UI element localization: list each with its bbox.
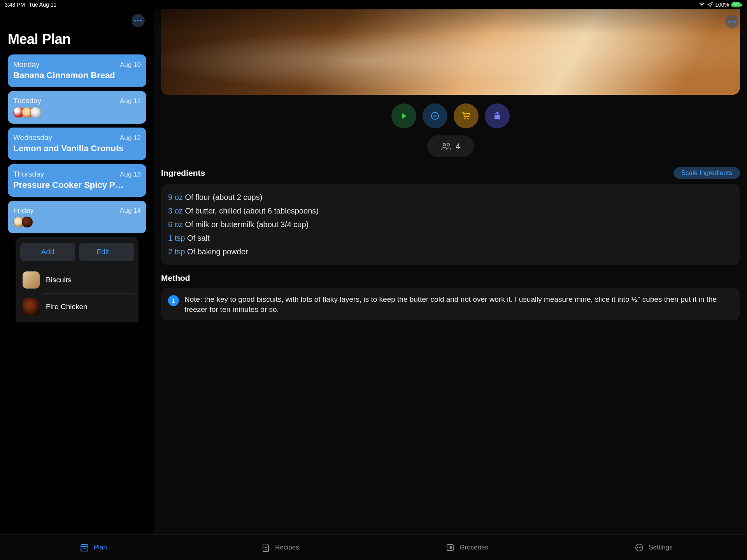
plan-day-label: Monday bbox=[13, 60, 40, 69]
plan-day-label: Thursday bbox=[13, 170, 44, 178]
plan-card-friday[interactable]: Friday Aug 14 bbox=[8, 201, 146, 233]
ingredient-row[interactable]: 1 tsp Of salt bbox=[168, 231, 494, 245]
svg-point-7 bbox=[443, 144, 445, 146]
recipe-detail: 4 Ingredients Scale Ingredients 9 oz Of … bbox=[154, 9, 494, 370]
plan-day-label: Tuesday bbox=[13, 96, 41, 105]
clipboard-item-label: Biscuits bbox=[46, 276, 71, 284]
servings-button[interactable]: 4 bbox=[427, 135, 474, 157]
clipboard-item-label: Fire Chicken bbox=[46, 303, 88, 311]
edit-button[interactable]: Edit… bbox=[79, 243, 134, 261]
plan-day-label: Wednesday bbox=[13, 133, 52, 142]
play-icon bbox=[400, 112, 408, 120]
svg-point-5 bbox=[467, 118, 469, 119]
compass-icon bbox=[430, 111, 440, 121]
recipe-action-row bbox=[154, 103, 494, 128]
ingredient-row[interactable]: 9 oz Of flour (about 2 cups) bbox=[168, 191, 494, 204]
plan-card-wednesday[interactable]: Wednesday Aug 12 Lemon and Vanilla Cronu… bbox=[8, 128, 146, 160]
sidebar: Meal Plan Monday Aug 10 Banana Cinnamon … bbox=[0, 9, 154, 370]
method-heading: Method bbox=[161, 273, 190, 283]
plan-date-label: Aug 13 bbox=[120, 171, 141, 178]
ellipsis-icon bbox=[134, 20, 142, 22]
clipboard-item-biscuits[interactable]: Biscuits bbox=[20, 267, 134, 293]
add-button[interactable]: Add bbox=[20, 243, 75, 261]
page-title: Meal Plan bbox=[0, 27, 154, 54]
ingredient-row[interactable]: 6 oz Of milk or buttermilk (about 3/4 cu… bbox=[168, 218, 494, 231]
step-text: Note: the key to good biscuits, with lot… bbox=[184, 294, 494, 314]
clipboard-item-fire-chicken[interactable]: Fire Chicken bbox=[20, 294, 134, 320]
add-to-groceries-button[interactable] bbox=[454, 103, 479, 128]
status-time: 3:43 PM bbox=[5, 2, 25, 8]
status-bar: 3:43 PM Tue Aug 11 100% bbox=[0, 0, 494, 9]
step-number-badge: 1 bbox=[168, 295, 179, 306]
sidebar-clipboard: Add Edit… Biscuits Fire Chicken bbox=[16, 237, 139, 322]
plan-card-thursday[interactable]: Thursday Aug 13 Pressure Cooker Spicy P… bbox=[8, 164, 146, 197]
ingredients-list: 9 oz Of flour (about 2 cups) 3 oz Of but… bbox=[161, 184, 494, 265]
plan-thumbnails bbox=[13, 217, 141, 228]
plan-card-monday[interactable]: Monday Aug 10 Banana Cinnamon Bread bbox=[8, 54, 146, 87]
sidebar-more-button[interactable] bbox=[132, 14, 145, 27]
recipe-thumb-icon bbox=[30, 107, 41, 118]
ingredient-row[interactable]: 3 oz Of butter, chilled (about 6 tablesp… bbox=[168, 204, 494, 218]
plan-date-label: Aug 11 bbox=[120, 97, 141, 105]
plan-card-tuesday[interactable]: Tuesday Aug 11 bbox=[8, 91, 146, 124]
plan-recipe-title: Lemon and Vanilla Cronuts bbox=[13, 144, 141, 154]
recipe-thumb-icon bbox=[23, 271, 40, 289]
plan-recipe-title: Pressure Cooker Spicy P… bbox=[13, 180, 141, 190]
plan-date-label: Aug 10 bbox=[120, 61, 141, 69]
cart-icon bbox=[461, 111, 471, 121]
plan-recipe-title: Banana Cinnamon Bread bbox=[13, 70, 141, 80]
method-step: 1 Note: the key to good biscuits, with l… bbox=[161, 288, 494, 320]
plan-date-label: Aug 14 bbox=[120, 207, 141, 215]
recipe-thumb-icon bbox=[23, 298, 40, 315]
share-button[interactable] bbox=[485, 103, 494, 128]
recipe-thumb-icon bbox=[22, 217, 33, 228]
ingredient-row[interactable]: 2 tsp Of baking powder bbox=[168, 245, 494, 259]
svg-point-4 bbox=[464, 118, 466, 119]
ingredients-heading: Ingredients bbox=[161, 168, 205, 178]
cook-button[interactable] bbox=[391, 103, 416, 128]
share-icon bbox=[493, 111, 494, 121]
discover-button[interactable] bbox=[423, 103, 447, 128]
plan-thumbnails bbox=[13, 107, 141, 118]
plan-day-label: Friday bbox=[13, 206, 34, 215]
svg-point-8 bbox=[447, 144, 449, 146]
servings-count: 4 bbox=[456, 142, 460, 151]
plan-date-label: Aug 12 bbox=[120, 134, 141, 142]
status-date: Tue Aug 11 bbox=[29, 2, 56, 8]
people-icon bbox=[441, 142, 452, 150]
